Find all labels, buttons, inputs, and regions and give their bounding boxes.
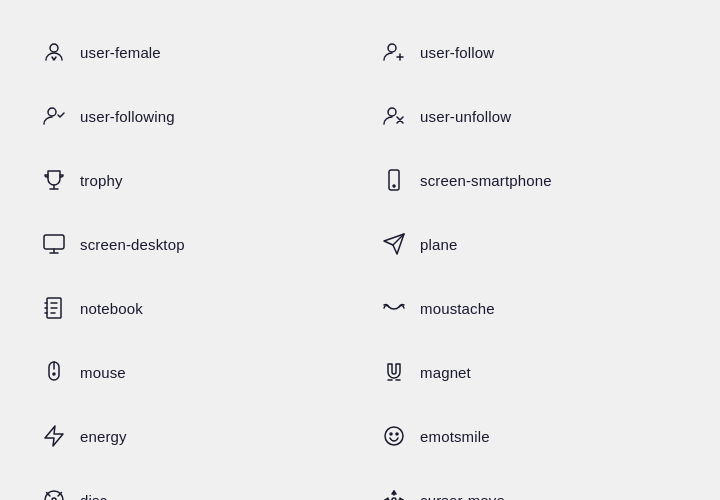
user-unfollow-icon — [380, 102, 408, 130]
list-item: trophy — [20, 148, 360, 212]
icon-label: moustache — [420, 300, 495, 317]
screen-desktop-icon — [40, 230, 68, 258]
list-item: notebook — [20, 276, 360, 340]
emotsmile-icon — [380, 422, 408, 450]
svg-point-12 — [396, 433, 398, 435]
list-item: user-female — [20, 20, 360, 84]
list-item: user-unfollow — [360, 84, 700, 148]
svg-point-5 — [393, 185, 395, 187]
list-item: mouse — [20, 340, 360, 404]
notebook-icon — [40, 294, 68, 322]
disc-icon — [40, 486, 68, 500]
user-following-icon — [40, 102, 68, 130]
icon-label: user-follow — [420, 44, 494, 61]
icon-label: notebook — [80, 300, 143, 317]
list-item: magnet — [360, 340, 700, 404]
svg-point-3 — [388, 108, 396, 116]
icon-label: screen-desktop — [80, 236, 185, 253]
user-follow-icon — [380, 38, 408, 66]
plane-icon — [380, 230, 408, 258]
energy-icon — [40, 422, 68, 450]
svg-point-11 — [390, 433, 392, 435]
icon-label: plane — [420, 236, 457, 253]
list-item: screen-smartphone — [360, 148, 700, 212]
icon-label: screen-smartphone — [420, 172, 552, 189]
list-item: energy — [20, 404, 360, 468]
svg-point-10 — [385, 427, 403, 445]
moustache-icon — [380, 294, 408, 322]
list-item: disc — [20, 468, 360, 500]
magnet-icon — [380, 358, 408, 386]
icon-label: energy — [80, 428, 127, 445]
icon-label: user-following — [80, 108, 175, 125]
icon-grid: user-female user-follow user-following — [20, 0, 700, 500]
svg-point-2 — [48, 108, 56, 116]
icon-label: user-female — [80, 44, 161, 61]
list-item: emotsmile — [360, 404, 700, 468]
icon-label: cursor-move — [420, 492, 505, 501]
svg-rect-6 — [44, 235, 64, 249]
trophy-icon — [40, 166, 68, 194]
icon-label: user-unfollow — [420, 108, 511, 125]
list-item: user-follow — [360, 20, 700, 84]
cursor-move-icon — [380, 486, 408, 500]
icon-label: emotsmile — [420, 428, 490, 445]
svg-point-9 — [53, 373, 55, 375]
list-item: cursor-move — [360, 468, 700, 500]
svg-point-0 — [50, 44, 58, 52]
icon-label: magnet — [420, 364, 471, 381]
list-item: plane — [360, 212, 700, 276]
list-item: moustache — [360, 276, 700, 340]
list-item: user-following — [20, 84, 360, 148]
svg-point-1 — [388, 44, 396, 52]
icon-label: trophy — [80, 172, 123, 189]
icon-label: mouse — [80, 364, 126, 381]
icon-label: disc — [80, 492, 107, 501]
user-female-icon — [40, 38, 68, 66]
list-item: screen-desktop — [20, 212, 360, 276]
mouse-icon — [40, 358, 68, 386]
screen-smartphone-icon — [380, 166, 408, 194]
